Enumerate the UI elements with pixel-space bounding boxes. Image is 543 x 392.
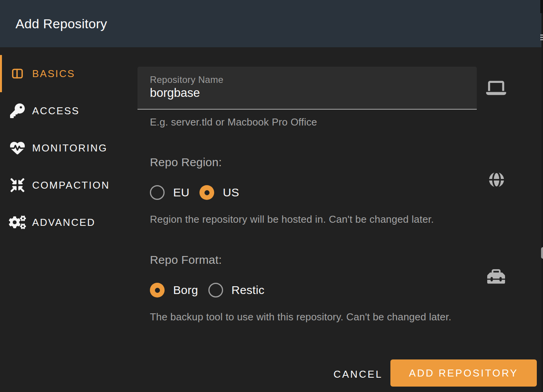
format-radio-restic-label[interactable]: Restic (232, 284, 265, 297)
format-radio-restic[interactable] (208, 283, 223, 297)
cancel-button[interactable]: CANCEL (327, 364, 389, 384)
tab-access[interactable]: ACCESS (0, 92, 137, 129)
key-icon (9, 102, 26, 119)
compress-arrows-icon (9, 177, 26, 194)
repository-name-label: Repository Name (150, 74, 223, 85)
background-menu-fragment (540, 34, 543, 41)
globe-icon (488, 171, 505, 188)
tab-access-label: ACCESS (32, 105, 80, 117)
tab-advanced[interactable]: ADVANCED (0, 204, 137, 241)
repo-region-helper: Region the repository will be hosted in.… (150, 213, 434, 225)
background-edge-strip (541, 0, 543, 392)
dialog-title: Add Repository (15, 0, 107, 47)
region-radio-eu[interactable] (150, 185, 165, 200)
format-radio-borg-label[interactable]: Borg (173, 284, 198, 297)
repository-name-input[interactable] (150, 86, 464, 100)
gears-icon (9, 214, 26, 231)
repo-format-radio-group: Borg Restic (150, 283, 275, 297)
laptop-icon (486, 80, 506, 96)
region-radio-eu-label[interactable]: EU (173, 186, 189, 199)
tab-compaction[interactable]: COMPACTION (0, 167, 137, 204)
add-repository-button[interactable]: ADD REPOSITORY (390, 359, 537, 387)
repository-name-helper: E.g. server.tld or Macbook Pro Office (150, 116, 317, 128)
repo-format-label: Repo Format: (150, 253, 222, 266)
background-edge-corner (540, 0, 543, 13)
heart-pulse-icon (9, 139, 26, 156)
tab-basics-label: BASICS (32, 68, 75, 80)
repo-region-radio-group: EU US (150, 185, 249, 200)
repository-name-field[interactable]: Repository Name (137, 67, 477, 110)
repo-region-label: Repo Region: (150, 156, 222, 169)
region-radio-us-label[interactable]: US (223, 186, 239, 199)
repo-format-helper: The backup tool to use with this reposit… (150, 311, 451, 323)
format-option-restic[interactable]: Restic (208, 283, 265, 297)
format-radio-borg[interactable] (150, 283, 165, 297)
add-repository-dialog: Add Repository BASICS ACCESS (0, 0, 543, 392)
dialog-header: Add Repository (0, 0, 543, 47)
toolbox-icon (487, 268, 505, 286)
region-option-eu[interactable]: EU (150, 185, 189, 200)
tab-monitoring-label: MONITORING (32, 142, 108, 154)
tab-advanced-label: ADVANCED (32, 217, 95, 229)
tab-monitoring[interactable]: MONITORING (0, 129, 137, 167)
region-radio-us[interactable] (199, 185, 214, 200)
region-option-us[interactable]: US (199, 185, 239, 200)
background-chevron-fragment (541, 247, 543, 259)
tab-basics[interactable]: BASICS (0, 55, 137, 92)
columns-icon (9, 65, 26, 82)
format-option-borg[interactable]: Borg (150, 283, 198, 297)
tab-compaction-label: COMPACTION (32, 179, 110, 191)
dialog-tabs-sidebar: BASICS ACCESS MONITORING (0, 55, 137, 241)
